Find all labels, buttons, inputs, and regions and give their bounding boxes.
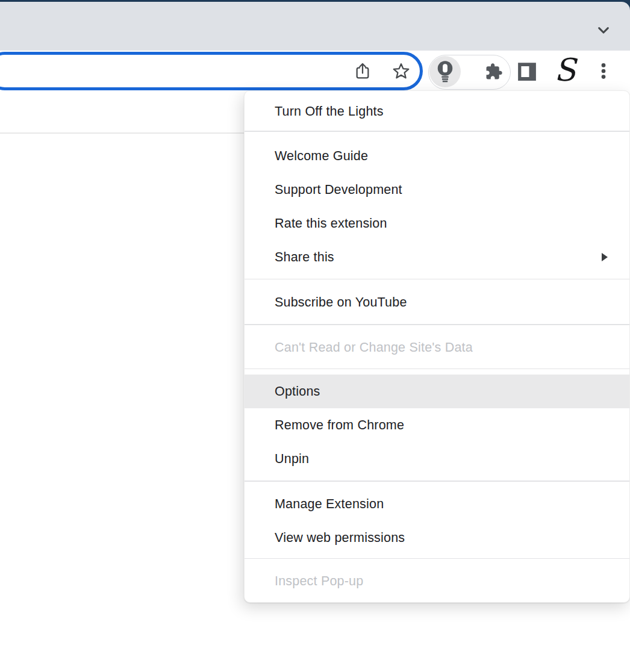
menu-item-share-this[interactable]: Share this bbox=[245, 240, 629, 274]
menu-item-label: Unpin bbox=[275, 452, 309, 466]
window-frame bbox=[0, 0, 630, 51]
menu-item-label: Can't Read or Change Site's Data bbox=[275, 340, 473, 355]
menu-item-label: Rate this extension bbox=[275, 216, 387, 231]
menu-item-label: Support Development bbox=[275, 182, 402, 197]
menu-item-label: Options bbox=[275, 384, 320, 399]
turn-off-the-lights-extension-button[interactable] bbox=[429, 56, 461, 87]
menu-item-rate-this-extension[interactable]: Rate this extension bbox=[245, 207, 629, 240]
menu-item-manage-extension[interactable]: Manage Extension bbox=[245, 487, 629, 521]
menu-item-support-development[interactable]: Support Development bbox=[245, 173, 629, 207]
extensions-puzzle-icon[interactable] bbox=[485, 63, 503, 81]
menu-item-unpin[interactable]: Unpin bbox=[245, 442, 629, 476]
menu-item-inspect-pop-up: Inspect Pop-up bbox=[245, 564, 629, 598]
menu-item-label: Turn Off the Lights bbox=[275, 104, 384, 119]
menu-item-label: Subscribe on YouTube bbox=[275, 295, 407, 310]
chevron-down-icon[interactable] bbox=[594, 20, 613, 40]
menu-item-cant-read-or-change-sites-data: Can't Read or Change Site's Data bbox=[245, 331, 629, 364]
lightbulb-icon bbox=[436, 60, 454, 83]
extension-context-menu: Turn Off the Lights Welcome Guide Suppor… bbox=[244, 90, 630, 603]
menu-item-subscribe-on-youtube[interactable]: Subscribe on YouTube bbox=[245, 285, 629, 319]
s-extension-button[interactable]: S bbox=[550, 51, 579, 90]
tab-strip bbox=[0, 2, 630, 51]
extensions-pill bbox=[428, 55, 511, 90]
menu-item-label: Remove from Chrome bbox=[275, 418, 404, 432]
menu-item-label: Inspect Pop-up bbox=[275, 574, 363, 588]
menu-item-options[interactable]: Options bbox=[245, 375, 629, 408]
menu-item-label: View web permissions bbox=[275, 530, 405, 545]
share-icon[interactable] bbox=[353, 61, 372, 81]
side-panel-icon[interactable] bbox=[514, 59, 540, 84]
browser-menu-dots-icon[interactable] bbox=[594, 61, 613, 81]
menu-item-label: Share this bbox=[275, 250, 334, 264]
menu-item-turn-off-the-lights[interactable]: Turn Off the Lights bbox=[245, 95, 629, 128]
submenu-arrow-icon bbox=[602, 253, 608, 261]
bookmark-star-icon[interactable] bbox=[391, 61, 411, 81]
menu-item-welcome-guide[interactable]: Welcome Guide bbox=[245, 139, 629, 173]
menu-item-remove-from-chrome[interactable]: Remove from Chrome bbox=[245, 408, 629, 442]
menu-item-view-web-permissions[interactable]: View web permissions bbox=[245, 521, 629, 555]
menu-item-label: Manage Extension bbox=[275, 497, 384, 511]
menu-item-label: Welcome Guide bbox=[275, 149, 368, 163]
